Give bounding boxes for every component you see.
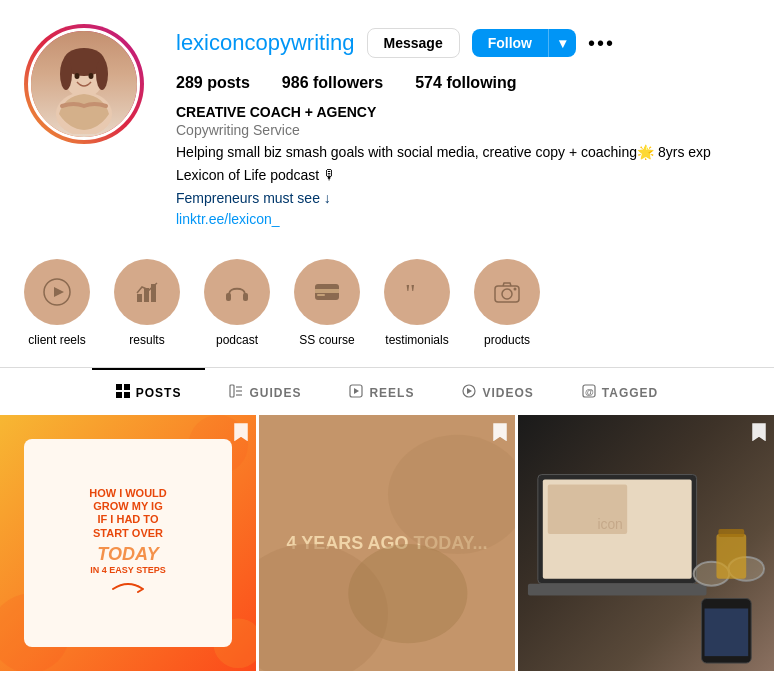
highlights-section: client reels results podcast SS course "… (0, 243, 774, 355)
tab-icon-tagged: @ (582, 384, 596, 401)
bio-line1: Helping small biz smash goals with socia… (176, 142, 750, 163)
svg-rect-52 (705, 608, 749, 656)
tab-icon-posts (116, 384, 130, 401)
svg-rect-22 (124, 384, 130, 390)
highlight-circle-ss-course (294, 259, 360, 325)
svg-rect-54 (718, 529, 744, 537)
tab-label-guides: GUIDES (249, 386, 301, 400)
svg-rect-13 (243, 293, 248, 301)
bio-line2: Lexicon of Life podcast 🎙 (176, 165, 750, 186)
posts-count: 289 (176, 74, 203, 91)
highlight-circle-testimonials: " (384, 259, 450, 325)
posts-grid: HOW I WOULDGROW MY IGIF I HAD TOSTART OV… (0, 415, 774, 671)
posts-stat: 289 posts (176, 74, 250, 92)
grid-post-2[interactable]: 4 YEARS AGO TODAY... (259, 415, 515, 671)
tabs-section: POSTS GUIDES REELS VIDEOS @ TAGGED (0, 367, 774, 415)
tab-label-videos: VIDEOS (482, 386, 533, 400)
highlight-circle-client-reels (24, 259, 90, 325)
post1-bookmark-icon (234, 423, 248, 445)
svg-marker-8 (54, 287, 64, 297)
highlight-podcast[interactable]: podcast (204, 259, 270, 347)
avatar-wrapper[interactable] (24, 24, 144, 144)
post2-background: 4 YEARS AGO TODAY... (259, 415, 515, 671)
bio-fempreneurs-link[interactable]: Fempreneurs must see ↓ (176, 190, 331, 206)
tab-tagged[interactable]: @ TAGGED (558, 368, 682, 415)
followers-stat[interactable]: 986 followers (282, 74, 383, 92)
highlight-results[interactable]: results (114, 259, 180, 347)
highlight-testimonials[interactable]: " testimonials (384, 259, 450, 347)
svg-marker-32 (467, 388, 472, 394)
tab-videos[interactable]: VIDEOS (438, 368, 557, 415)
follow-button-group: Follow ▾ (472, 29, 576, 57)
svg-point-5 (75, 73, 80, 79)
highlight-label-ss-course: SS course (299, 333, 354, 347)
svg-rect-24 (124, 392, 130, 398)
highlight-label-testimonials: testimonials (385, 333, 448, 347)
highlight-client-reels[interactable]: client reels (24, 259, 90, 347)
bio-line3: Fempreneurs must see ↓ (176, 188, 750, 209)
username: lexiconcopywriting (176, 30, 355, 56)
tab-label-tagged: TAGGED (602, 386, 658, 400)
tab-guides[interactable]: GUIDES (205, 368, 325, 415)
svg-rect-53 (716, 534, 746, 579)
more-options-button[interactable]: ••• (588, 32, 615, 55)
highlight-label-results: results (129, 333, 164, 347)
svg-rect-25 (230, 385, 234, 397)
svg-point-3 (60, 58, 72, 90)
follow-dropdown-button[interactable]: ▾ (548, 29, 576, 57)
svg-rect-44 (548, 484, 627, 534)
following-count: 574 (415, 74, 442, 91)
post1-title: HOW I WOULDGROW MY IGIF I HAD TOSTART OV… (89, 487, 167, 540)
followers-count: 986 (282, 74, 309, 91)
post1-subtitle: IN 4 EASY STEPS (90, 565, 165, 575)
bio-external-link[interactable]: linktr.ee/lexicon_ (176, 211, 750, 227)
following-stat[interactable]: 574 following (415, 74, 516, 92)
followers-label: followers (313, 74, 383, 91)
highlight-label-products: products (484, 333, 530, 347)
svg-rect-9 (137, 294, 142, 302)
profile-section: lexiconcopywriting Message Follow ▾ ••• … (0, 0, 774, 243)
svg-point-39 (388, 435, 515, 554)
grid-post-3[interactable]: icon (518, 415, 774, 671)
svg-point-19 (502, 289, 512, 299)
tab-label-posts: POSTS (136, 386, 182, 400)
svg-marker-30 (354, 388, 359, 394)
svg-point-6 (89, 73, 94, 79)
svg-rect-45 (528, 584, 707, 596)
highlight-circle-results (114, 259, 180, 325)
highlight-circle-products (474, 259, 540, 325)
message-button[interactable]: Message (367, 28, 460, 58)
highlight-ss-course[interactable]: SS course (294, 259, 360, 347)
profile-top-row: lexiconcopywriting Message Follow ▾ ••• (176, 28, 750, 58)
svg-text:@: @ (585, 387, 595, 397)
svg-rect-21 (116, 384, 122, 390)
grid-post-1[interactable]: HOW I WOULDGROW MY IGIF I HAD TOSTART OV… (0, 415, 256, 671)
svg-point-4 (96, 58, 108, 90)
svg-rect-23 (116, 392, 122, 398)
post2-bookmark-icon (493, 423, 507, 445)
svg-text:": " (405, 279, 416, 306)
svg-rect-16 (317, 294, 325, 296)
tab-icon-videos (462, 384, 476, 401)
post3-bookmark-icon (752, 423, 766, 445)
post1-background: HOW I WOULDGROW MY IGIF I HAD TOSTART OV… (0, 415, 256, 671)
highlight-products[interactable]: products (474, 259, 540, 347)
post1-card: HOW I WOULDGROW MY IGIF I HAD TOSTART OV… (24, 439, 233, 648)
profile-info: lexiconcopywriting Message Follow ▾ ••• … (176, 24, 750, 227)
svg-point-20 (514, 288, 517, 291)
svg-rect-12 (226, 293, 231, 301)
follow-button[interactable]: Follow (472, 29, 548, 57)
stats-row: 289 posts 986 followers 574 following (176, 74, 750, 92)
avatar (28, 28, 140, 140)
tab-reels[interactable]: REELS (325, 368, 438, 415)
posts-label: posts (207, 74, 250, 91)
tab-icon-reels (349, 384, 363, 401)
highlight-circle-podcast (204, 259, 270, 325)
following-label: following (446, 74, 516, 91)
svg-point-40 (348, 544, 467, 643)
tab-posts[interactable]: POSTS (92, 368, 206, 415)
highlight-label-client-reels: client reels (28, 333, 85, 347)
post1-today: TODAY (97, 544, 158, 565)
avatar-ring (24, 24, 144, 144)
highlight-label-podcast: podcast (216, 333, 258, 347)
